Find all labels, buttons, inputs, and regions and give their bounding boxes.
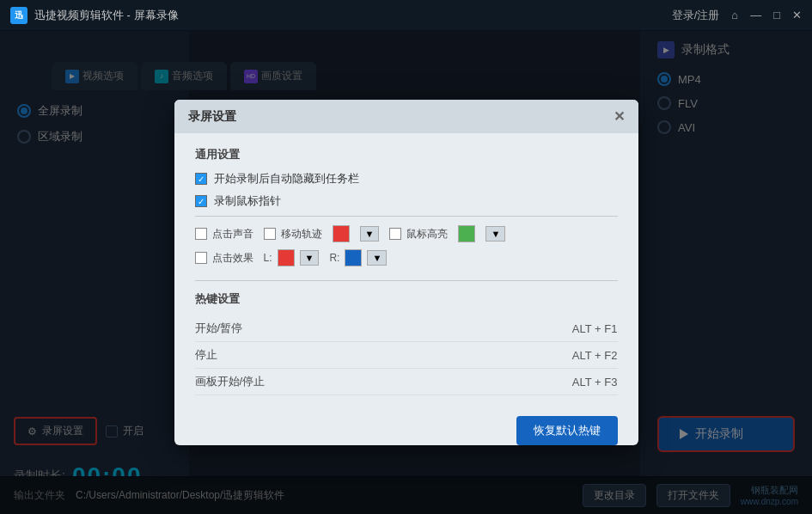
hotkey-row-2: 画板开始/停止 ALT + F3 — [195, 369, 618, 395]
modal-title: 录屏设置 — [188, 109, 236, 125]
hotkey-name-0: 开始/暂停 — [195, 321, 243, 336]
r-color-btn[interactable] — [345, 249, 362, 266]
app-title: 迅捷视频剪辑软件 - 屏幕录像 — [34, 8, 179, 23]
hotkey-name-2: 画板开始/停止 — [195, 374, 266, 389]
hotkey-row-0: 开始/暂停 ALT + F1 — [195, 315, 618, 342]
hotkey-section-title: 热键设置 — [195, 291, 618, 307]
options-row-1: 点击声音 移动轨迹 ▼ 鼠标高亮 ▼ — [195, 225, 618, 242]
hotkey-key-1: ALT + F2 — [572, 349, 618, 362]
mouse-highlight-checkbox[interactable] — [389, 228, 401, 240]
l-color-dropdown[interactable]: ▼ — [300, 250, 320, 266]
titlebar: 迅 迅捷视频剪辑软件 - 屏幕录像 登录/注册 ⌂ — □ ✕ — [0, 0, 812, 31]
move-track-option: 移动轨迹 — [264, 227, 322, 242]
track-color-dropdown[interactable]: ▼ — [360, 226, 380, 242]
show-cursor-label: 录制鼠标指针 — [214, 193, 281, 209]
click-sound-checkbox[interactable] — [195, 228, 207, 240]
show-cursor-row: 录制鼠标指针 — [195, 193, 618, 209]
highlight-color-dropdown[interactable]: ▼ — [485, 226, 505, 242]
r-label: R: — [329, 252, 339, 264]
auto-hide-checkbox[interactable] — [195, 173, 207, 185]
mouse-highlight-label: 鼠标高亮 — [406, 227, 448, 242]
modal-close-button[interactable]: ✕ — [614, 108, 625, 125]
show-cursor-checkbox[interactable] — [195, 195, 207, 207]
win-min-button[interactable]: — — [750, 9, 761, 21]
general-section-title: 通用设置 — [195, 147, 618, 162]
r-color-item: R: ▼ — [329, 249, 387, 266]
click-effect-option: 点击效果 — [195, 251, 253, 266]
settings-modal: 录屏设置 ✕ 通用设置 开始录制后自动隐藏到任务栏 录制鼠标指针 — [174, 100, 638, 445]
options-row-2: 点击效果 L: ▼ R: ▼ — [195, 249, 618, 266]
modal-body: 通用设置 开始录制后自动隐藏到任务栏 录制鼠标指针 点击声音 — [174, 133, 638, 419]
titlebar-right: 登录/注册 ⌂ — □ ✕ — [672, 8, 802, 23]
titlebar-left: 迅 迅捷视频剪辑软件 - 屏幕录像 — [10, 7, 179, 24]
move-track-checkbox[interactable] — [264, 228, 276, 240]
restore-hotkeys-button[interactable]: 恢复默认热键 — [516, 416, 618, 445]
l-label: L: — [264, 252, 272, 264]
move-track-label: 移动轨迹 — [281, 227, 322, 242]
track-color-btn[interactable] — [333, 225, 350, 242]
l-color-item: L: ▼ — [264, 249, 320, 266]
hotkey-name-1: 停止 — [195, 347, 217, 363]
hotkey-row-1: 停止 ALT + F2 — [195, 342, 618, 369]
click-effect-checkbox[interactable] — [195, 252, 207, 264]
l-color-btn[interactable] — [278, 249, 295, 266]
app-logo: 迅 — [10, 7, 27, 24]
hotkey-section: 热键设置 开始/暂停 ALT + F1 停止 ALT + F2 画板开始/停止 … — [195, 280, 618, 395]
modal-overlay: 录屏设置 ✕ 通用设置 开始录制后自动隐藏到任务栏 录制鼠标指针 — [0, 31, 812, 514]
auto-hide-label: 开始录制后自动隐藏到任务栏 — [214, 171, 359, 187]
win-max-button[interactable]: □ — [773, 9, 780, 21]
hotkey-key-0: ALT + F1 — [572, 322, 618, 335]
mouse-highlight-option: 鼠标高亮 — [389, 227, 448, 242]
home-icon[interactable]: ⌂ — [731, 9, 738, 21]
login-button[interactable]: 登录/注册 — [672, 8, 720, 23]
r-color-dropdown[interactable]: ▼ — [367, 250, 387, 266]
divider1 — [195, 216, 618, 217]
main-area: ▶ 视频选项 ♪ 音频选项 HD 画质设置 全屏录制 区域录制 — [0, 31, 812, 514]
click-sound-label: 点击声音 — [212, 227, 253, 242]
click-effect-label: 点击效果 — [212, 251, 253, 266]
win-close-button[interactable]: ✕ — [792, 9, 802, 21]
click-sound-option: 点击声音 — [195, 227, 253, 242]
modal-header: 录屏设置 ✕ — [174, 100, 638, 133]
highlight-color-btn[interactable] — [458, 225, 475, 242]
hotkey-key-2: ALT + F3 — [572, 376, 618, 389]
auto-hide-row: 开始录制后自动隐藏到任务栏 — [195, 171, 618, 187]
